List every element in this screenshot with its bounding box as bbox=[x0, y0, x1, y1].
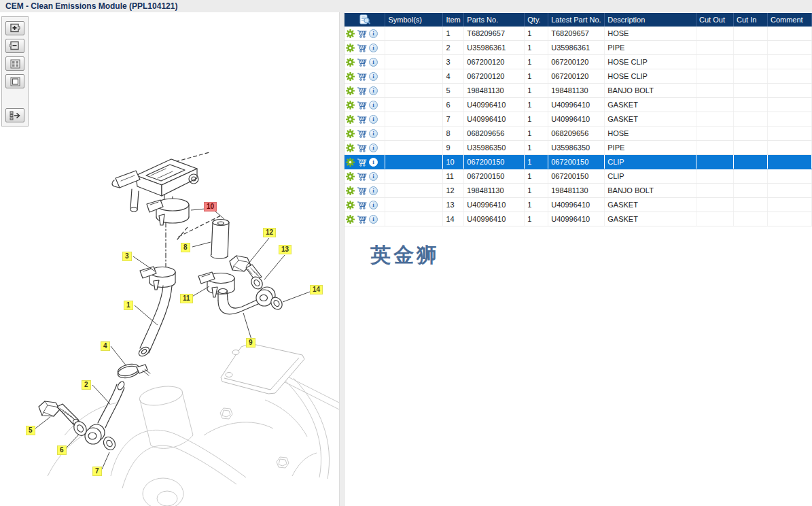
diagram-label-9[interactable]: 9 bbox=[246, 338, 255, 348]
cell-symbols[interactable] bbox=[385, 126, 443, 141]
diagram-label-2[interactable]: 2 bbox=[82, 380, 91, 390]
cell-cut_in[interactable] bbox=[734, 169, 768, 184]
cell-cut_in[interactable] bbox=[734, 41, 768, 55]
column-header-latest-part-no-[interactable]: Latest Part No. bbox=[548, 13, 605, 27]
diagram-label-11[interactable]: 11 bbox=[180, 294, 193, 303]
cell-cut_in[interactable] bbox=[734, 55, 768, 69]
cell-symbols[interactable] bbox=[385, 27, 443, 41]
cell-description[interactable]: CLIP bbox=[605, 155, 696, 169]
panel-splitter[interactable] bbox=[339, 12, 345, 506]
settings-gear-icon[interactable] bbox=[346, 215, 355, 224]
table-row[interactable]: i9U359863501U35986350PIPE bbox=[345, 141, 812, 155]
cell-cut_in[interactable] bbox=[734, 212, 768, 226]
cell-latest[interactable]: U40996410 bbox=[548, 112, 605, 126]
cell-latest[interactable]: 067200150 bbox=[548, 169, 605, 184]
cell-item[interactable]: 6 bbox=[443, 98, 464, 112]
cell-qty[interactable]: 1 bbox=[525, 155, 548, 169]
cell-description[interactable]: PIPE bbox=[605, 141, 696, 155]
cell-cut_out[interactable] bbox=[696, 55, 734, 69]
cell-cut_in[interactable] bbox=[734, 69, 768, 84]
cell-comment[interactable] bbox=[767, 184, 811, 198]
cell-cut_in[interactable] bbox=[734, 198, 768, 212]
cell-parts_no[interactable]: 067200150 bbox=[464, 169, 525, 184]
cell-cut_out[interactable] bbox=[696, 69, 734, 84]
info-icon[interactable]: i bbox=[369, 86, 378, 95]
cell-latest[interactable]: U35986361 bbox=[548, 41, 605, 55]
cell-symbols[interactable] bbox=[385, 212, 443, 226]
cell-cut_in[interactable] bbox=[734, 184, 768, 198]
diagram-label-12[interactable]: 12 bbox=[263, 228, 276, 237]
add-to-cart-icon[interactable] bbox=[357, 172, 367, 181]
add-to-cart-icon[interactable] bbox=[357, 215, 367, 224]
cell-parts_no[interactable]: T68209657 bbox=[464, 27, 525, 41]
diagram-label-6[interactable]: 6 bbox=[57, 445, 67, 455]
cell-comment[interactable] bbox=[767, 141, 811, 155]
settings-gear-icon[interactable] bbox=[346, 172, 355, 181]
cell-cut_in[interactable] bbox=[734, 126, 768, 141]
column-header-cut-in[interactable]: Cut In bbox=[734, 13, 768, 27]
cell-qty[interactable]: 1 bbox=[525, 112, 548, 126]
cell-parts_no[interactable]: 067200120 bbox=[464, 55, 525, 69]
settings-gear-icon[interactable] bbox=[346, 58, 355, 67]
settings-gear-icon[interactable] bbox=[346, 201, 355, 209]
column-header-cut-out[interactable]: Cut Out bbox=[696, 13, 734, 27]
cell-symbols[interactable] bbox=[385, 98, 443, 112]
column-header-item[interactable]: Item bbox=[443, 13, 464, 27]
table-row[interactable]: i7U409964101U40996410GASKET bbox=[345, 112, 812, 126]
cell-description[interactable]: HOSE CLIP bbox=[605, 55, 696, 69]
column-header-description[interactable]: Description bbox=[605, 13, 696, 27]
add-to-cart-icon[interactable] bbox=[357, 144, 367, 152]
cell-qty[interactable]: 1 bbox=[525, 69, 548, 84]
info-icon[interactable]: i bbox=[369, 129, 378, 138]
cell-qty[interactable]: 1 bbox=[525, 55, 548, 69]
cell-comment[interactable] bbox=[767, 69, 811, 84]
cell-symbols[interactable] bbox=[385, 169, 443, 184]
cell-comment[interactable] bbox=[767, 169, 811, 184]
cell-description[interactable]: GASKET bbox=[605, 212, 696, 226]
cell-symbols[interactable] bbox=[385, 112, 443, 126]
parts-diagram[interactable]: 1234567891011121314 bbox=[0, 0, 339, 506]
table-row[interactable]: i6U409964101U40996410GASKET bbox=[345, 98, 812, 112]
add-to-cart-icon[interactable] bbox=[357, 115, 367, 124]
cell-cut_in[interactable] bbox=[734, 155, 768, 169]
cell-description[interactable]: CLIP bbox=[605, 169, 696, 184]
add-to-cart-icon[interactable] bbox=[357, 86, 367, 95]
info-icon[interactable]: i bbox=[369, 58, 378, 67]
cell-cut_out[interactable] bbox=[696, 98, 734, 112]
cell-comment[interactable] bbox=[767, 155, 811, 169]
table-row[interactable]: i80682096561068209656HOSE bbox=[345, 126, 812, 141]
cell-parts_no[interactable]: U35986361 bbox=[464, 41, 525, 55]
table-row[interactable]: i40672001201067200120HOSE CLIP bbox=[345, 69, 812, 84]
add-to-cart-icon[interactable] bbox=[357, 158, 367, 167]
cell-latest[interactable]: U40996410 bbox=[548, 198, 605, 212]
add-to-cart-icon[interactable] bbox=[357, 101, 367, 109]
cell-symbols[interactable] bbox=[385, 41, 443, 55]
cell-description[interactable]: GASKET bbox=[605, 112, 696, 126]
diagram-label-1[interactable]: 1 bbox=[124, 301, 133, 310]
cell-latest[interactable]: U35986350 bbox=[548, 141, 605, 155]
cell-latest[interactable]: 068209656 bbox=[548, 126, 605, 141]
cell-latest[interactable]: 067200150 bbox=[548, 155, 605, 169]
cell-symbols[interactable] bbox=[385, 184, 443, 198]
cell-cut_in[interactable] bbox=[734, 98, 768, 112]
cell-parts_no[interactable]: U40996410 bbox=[464, 112, 525, 126]
settings-gear-icon[interactable] bbox=[346, 29, 355, 38]
cell-comment[interactable] bbox=[767, 112, 811, 126]
cell-parts_no[interactable]: U40996410 bbox=[464, 98, 525, 112]
cell-cut_in[interactable] bbox=[734, 141, 768, 155]
cell-qty[interactable]: 1 bbox=[525, 212, 548, 226]
cell-item[interactable]: 10 bbox=[443, 155, 464, 169]
cell-item[interactable]: 3 bbox=[443, 55, 464, 69]
table-row[interactable]: i100672001501067200150CLIP bbox=[345, 155, 812, 169]
cell-qty[interactable]: 1 bbox=[525, 184, 548, 198]
cell-cut_out[interactable] bbox=[696, 112, 734, 126]
settings-gear-icon[interactable] bbox=[346, 186, 355, 195]
cell-comment[interactable] bbox=[767, 98, 811, 112]
settings-gear-icon[interactable] bbox=[346, 115, 355, 124]
cell-item[interactable]: 7 bbox=[443, 112, 464, 126]
table-row[interactable]: i14U409964101U40996410GASKET bbox=[345, 212, 812, 226]
cell-latest[interactable]: U40996410 bbox=[548, 212, 605, 226]
cell-latest[interactable]: U40996410 bbox=[548, 98, 605, 112]
add-to-cart-icon[interactable] bbox=[357, 44, 367, 52]
cell-latest[interactable]: 198481130 bbox=[548, 84, 605, 98]
